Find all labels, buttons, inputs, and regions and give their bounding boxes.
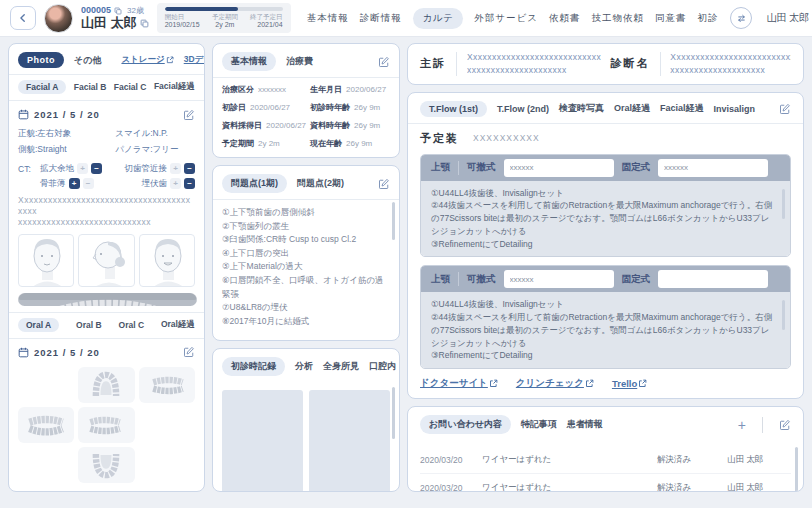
record-placeholder[interactable] bbox=[309, 390, 390, 492]
doctor-site-link[interactable]: ドクターサイト bbox=[420, 377, 498, 390]
header-nav-tabs: 基本情報 診断情報 カルテ 外部サービス 依頼書 技工物依頼 同意書 初診 bbox=[307, 8, 719, 29]
tab-oral-progress[interactable]: Oral経過 bbox=[161, 319, 195, 331]
plus-button[interactable]: + bbox=[170, 163, 181, 174]
patient-identity: 000005 32歳 山田 太郎 bbox=[81, 5, 149, 30]
scrollbar[interactable] bbox=[795, 447, 798, 492]
tab-photo[interactable]: Photo bbox=[18, 52, 64, 68]
removable-appliance-input[interactable] bbox=[504, 270, 614, 288]
attr-panorama: パノラマ:フリー bbox=[115, 144, 195, 156]
tab-other[interactable]: その他 bbox=[74, 54, 101, 67]
edit-icon[interactable] bbox=[183, 346, 195, 358]
treatment-note: ③RefinementにてDetailing bbox=[431, 238, 776, 251]
fixed-appliance-input[interactable] bbox=[658, 159, 768, 177]
tab-consent-form[interactable]: 同意書 bbox=[655, 12, 687, 25]
tab-facial-a[interactable]: Facial A bbox=[18, 80, 66, 94]
minus-button[interactable]: − bbox=[91, 163, 102, 174]
tab-tflow-1st[interactable]: T.Flow (1st) bbox=[420, 101, 487, 117]
swap-arrows-icon bbox=[736, 13, 747, 24]
tab-karte[interactable]: カルテ bbox=[413, 8, 464, 29]
ct-item-expansion: 拡大余地 + − bbox=[40, 163, 102, 175]
tab-invisalign[interactable]: Invisalign bbox=[714, 104, 756, 114]
tab-oral-b[interactable]: Oral B bbox=[76, 320, 102, 330]
scrollbar[interactable] bbox=[782, 300, 785, 330]
treatment-note: ①U44LL4抜歯後、Invisalignセット bbox=[431, 298, 776, 311]
oral-photo-lower-arch[interactable] bbox=[78, 447, 134, 483]
edit-icon[interactable] bbox=[183, 109, 195, 121]
sync-button[interactable] bbox=[730, 7, 752, 29]
scrollbar[interactable] bbox=[782, 189, 785, 219]
edit-icon[interactable] bbox=[779, 419, 791, 431]
tab-special-notes[interactable]: 特記事項 bbox=[521, 418, 557, 431]
tab-problems-phase1[interactable]: 問題点(1期) bbox=[222, 174, 287, 193]
plus-button[interactable]: + bbox=[170, 178, 181, 189]
tab-facial-progress[interactable]: Facial経過 bbox=[660, 102, 704, 115]
tab-analysis[interactable]: 分析 bbox=[295, 360, 313, 373]
tab-facial-b[interactable]: Facial B bbox=[74, 82, 107, 92]
oral-photo-upper-arch[interactable] bbox=[78, 367, 134, 403]
oral-photo-left[interactable] bbox=[78, 407, 134, 443]
treatment-note: ②44抜歯スペースを利用して前歯のRetractionを最大限Maximum a… bbox=[431, 311, 776, 349]
tab-oral-progress[interactable]: Oral経過 bbox=[614, 102, 650, 115]
divider bbox=[458, 161, 459, 175]
copy-icon[interactable] bbox=[114, 7, 122, 15]
tab-intraoral[interactable]: 口腔内 bbox=[369, 360, 396, 373]
fixed-appliance-input[interactable] bbox=[658, 270, 768, 288]
record-placeholder[interactable] bbox=[222, 390, 303, 492]
back-button[interactable] bbox=[10, 6, 36, 30]
tab-basic-info[interactable]: 基本情報 bbox=[307, 12, 349, 25]
copy-icon[interactable] bbox=[140, 19, 149, 28]
edit-icon[interactable] bbox=[779, 103, 791, 115]
oral-photo-right[interactable] bbox=[139, 367, 195, 403]
add-inquiry-button[interactable]: + bbox=[738, 418, 746, 432]
minus-button[interactable]: − bbox=[184, 178, 195, 189]
scrollbar[interactable] bbox=[392, 202, 395, 240]
facial-photo-smile[interactable] bbox=[139, 234, 195, 287]
start-date: 開始日 2019/02/15 bbox=[165, 13, 200, 30]
tab-external-services[interactable]: 外部サービス bbox=[474, 12, 538, 25]
tab-treatment-fee[interactable]: 治療費 bbox=[286, 55, 313, 68]
trello-link[interactable]: Trello bbox=[612, 377, 647, 390]
tab-problems-phase2[interactable]: 問題点(2期) bbox=[297, 177, 344, 190]
tab-facial-c[interactable]: Facial C bbox=[114, 82, 147, 92]
tab-general-findings[interactable]: 全身所見 bbox=[323, 360, 359, 373]
edit-icon[interactable] bbox=[378, 178, 390, 190]
divider bbox=[456, 52, 457, 76]
storage-link[interactable]: ストレージ bbox=[121, 54, 173, 66]
tab-basic-info-card[interactable]: 基本情報 bbox=[222, 52, 276, 71]
plus-button[interactable]: + bbox=[69, 178, 80, 189]
patient-avatar[interactable] bbox=[44, 4, 73, 33]
oral-photo-front[interactable] bbox=[18, 407, 74, 443]
facial-photo-profile[interactable] bbox=[78, 234, 134, 287]
tab-patient-info[interactable]: 患者情報 bbox=[567, 418, 603, 431]
inquiry-row[interactable]: 2020/03/20 ワイヤーはずれた 解決済み 山田 太郎 bbox=[420, 446, 791, 474]
plus-button[interactable]: + bbox=[77, 163, 88, 174]
problem-item: ③臼歯関係:CR時 Cusp to cusp Cl.2 bbox=[222, 233, 390, 247]
tab-first-visit[interactable]: 初診 bbox=[697, 12, 718, 25]
panoramic-xray[interactable] bbox=[18, 293, 197, 306]
planned-appliance-label: 予定装 bbox=[420, 131, 459, 146]
tab-oral-c[interactable]: Oral C bbox=[119, 320, 145, 330]
minus-button[interactable]: − bbox=[83, 178, 94, 189]
tab-diagnosis-info[interactable]: 診断情報 bbox=[360, 12, 402, 25]
panoramic-xray-image bbox=[18, 293, 197, 306]
tab-inquiries[interactable]: お問い合わせ内容 bbox=[420, 415, 511, 434]
edit-icon[interactable] bbox=[378, 56, 390, 68]
tab-request-form[interactable]: 依頼書 bbox=[549, 12, 581, 25]
tab-oral-a[interactable]: Oral A bbox=[18, 318, 59, 332]
attr-frontal: 正貌:左右対象 bbox=[18, 128, 115, 140]
tab-lab-order[interactable]: 技工物依頼 bbox=[591, 12, 644, 25]
clincheck-link[interactable]: クリンチェック bbox=[516, 377, 594, 390]
removable-appliance-input[interactable] bbox=[504, 159, 614, 177]
treatment-progress-bar bbox=[165, 7, 283, 11]
tab-facial-progress[interactable]: Facial経過 bbox=[154, 81, 195, 93]
3d-data-link[interactable]: 3Dデータ bbox=[184, 54, 205, 66]
tab-exam-photos[interactable]: 検査時写真 bbox=[559, 102, 604, 115]
tab-tflow-2nd[interactable]: T.Flow (2nd) bbox=[497, 104, 549, 114]
minus-button[interactable]: − bbox=[184, 163, 195, 174]
inquiry-row[interactable]: 2020/03/20 ワイヤーはずれた 解決済み 山田 太郎 bbox=[420, 474, 791, 492]
tab-first-visit-record[interactable]: 初診時記録 bbox=[222, 357, 285, 376]
scrollbar[interactable] bbox=[392, 387, 395, 439]
oral-date: 2021 / 5 / 20 bbox=[34, 347, 100, 358]
facial-photo-front[interactable] bbox=[18, 234, 74, 287]
app-header: 000005 32歳 山田 太郎 開始日 2019/02/15 予定期間 2y … bbox=[0, 0, 812, 37]
